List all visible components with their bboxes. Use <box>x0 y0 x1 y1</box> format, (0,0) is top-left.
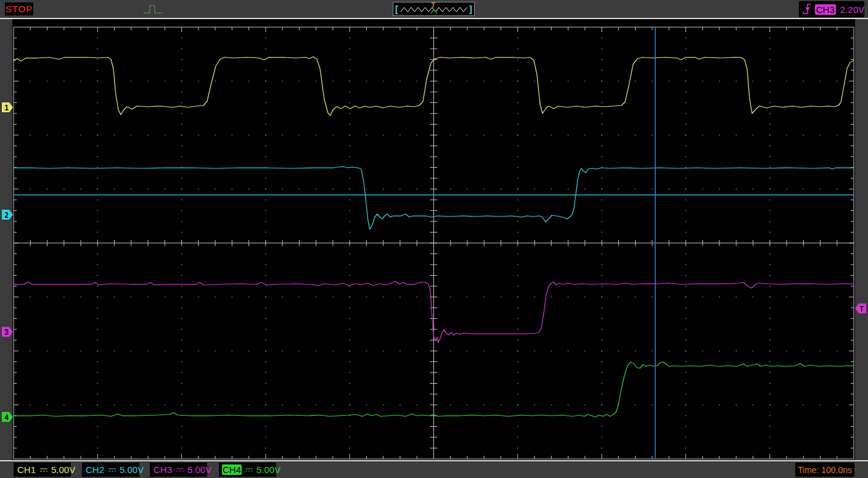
trigger-pulse-icon <box>143 3 164 18</box>
falling-edge-trigger-icon <box>801 2 811 17</box>
channel2-scale: 5.00V <box>120 464 144 475</box>
acquisition-status-label: STOP <box>6 4 33 14</box>
dc-coupling-icon <box>176 467 184 473</box>
window-left-bracket: [ <box>395 4 398 15</box>
channel1-readout[interactable]: CH1 5.00V <box>14 463 71 477</box>
channel1-scale: 5.00V <box>51 464 75 475</box>
window-right-bracket: ] <box>469 4 472 15</box>
channel2-label: CH2 <box>85 464 105 475</box>
channel4-scale: 5.00V <box>256 464 280 475</box>
trigger-position-t: T <box>432 1 436 9</box>
trigger-readout[interactable]: CH3 2.20V <box>799 1 864 17</box>
channel2-ground-marker[interactable]: 2 <box>2 210 13 220</box>
channel3-label: CH3 <box>153 464 173 475</box>
timebase-readout[interactable]: Time: 100.0ns <box>795 463 854 477</box>
trigger-level-value: 2.20V <box>840 4 864 15</box>
trigger-source-badge: CH3 <box>815 4 836 15</box>
dc-coupling-icon <box>245 467 253 473</box>
top-status-bar: STOP [ T ] CH3 2.20V <box>0 0 868 19</box>
channel2-readout[interactable]: CH2 5.00V <box>82 463 139 477</box>
svg-text:4: 4 <box>4 413 9 422</box>
timebase-value: Time: 100.0ns <box>798 465 852 475</box>
svg-text:3: 3 <box>4 328 9 337</box>
dc-coupling-icon <box>39 467 48 473</box>
trigger-level-marker[interactable]: T <box>855 303 866 313</box>
channel1-ground-marker[interactable]: 1 <box>2 102 13 112</box>
channel4-ground-marker[interactable]: 4 <box>2 412 13 422</box>
channel1-label: CH1 <box>17 464 36 475</box>
scope-display: 1234T <box>0 0 868 478</box>
channel3-readout[interactable]: CH3 5.00V <box>150 463 207 477</box>
dc-coupling-icon <box>108 467 117 473</box>
svg-text:1: 1 <box>4 104 9 112</box>
horizontal-position-indicator[interactable]: [ T ] <box>393 2 475 16</box>
channel3-scale: 5.00V <box>187 464 211 475</box>
run-stop-status[interactable]: STOP <box>5 2 33 15</box>
svg-text:2: 2 <box>4 211 9 220</box>
channel4-label: CH4 <box>222 464 242 475</box>
channel-readout-bar: CH1 5.00V CH2 5.00V CH3 5.00V CH4 5.00V … <box>0 460 868 478</box>
channel3-ground-marker[interactable]: 3 <box>2 327 13 337</box>
channel4-readout[interactable]: CH4 5.00V <box>219 463 276 477</box>
svg-text:T: T <box>859 305 864 313</box>
